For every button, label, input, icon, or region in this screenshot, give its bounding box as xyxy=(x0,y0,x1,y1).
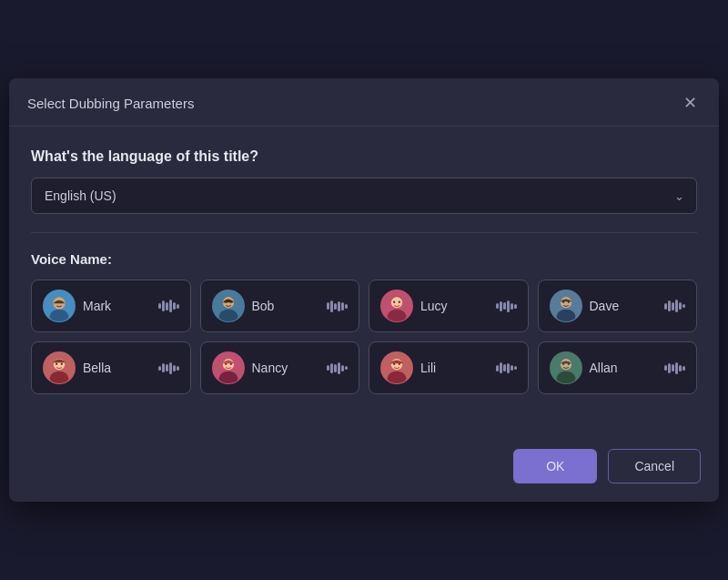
voice-name-bob: Bob xyxy=(252,299,320,313)
voice-card-bella[interactable]: Bella xyxy=(31,341,191,394)
voice-card-allan[interactable]: Allan xyxy=(538,341,698,394)
voice-name-allan: Allan xyxy=(590,361,658,375)
avatar-dave xyxy=(550,290,582,322)
voice-card-mark[interactable]: Mark xyxy=(31,280,191,332)
cancel-button[interactable]: Cancel xyxy=(608,449,701,483)
voice-name-lili: Lili xyxy=(420,361,489,375)
svg-point-14 xyxy=(393,301,395,303)
voice-name-dave: Dave xyxy=(590,299,658,313)
voice-name-bella: Bella xyxy=(83,361,151,375)
section-divider xyxy=(31,232,697,233)
waveform-icon-bob xyxy=(327,300,348,312)
waveform-icon-nancy xyxy=(327,362,348,374)
close-button[interactable]: ✕ xyxy=(680,93,701,113)
avatar-lili xyxy=(380,351,413,384)
dialog-footer: OK Cancel xyxy=(9,440,719,502)
waveform-icon-lucy xyxy=(496,300,517,312)
voice-name-lucy: Lucy xyxy=(420,299,489,313)
voice-name-mark: Mark xyxy=(83,299,151,313)
svg-point-25 xyxy=(61,363,63,365)
voices-grid: Mark xyxy=(31,280,697,394)
ok-button[interactable]: OK xyxy=(513,449,597,483)
avatar-allan xyxy=(550,351,582,384)
voice-section-label: Voice Name: xyxy=(31,251,697,267)
avatar-nancy xyxy=(212,351,245,384)
waveform-icon-mark xyxy=(158,300,179,312)
voice-card-lili[interactable]: Lili xyxy=(369,341,529,394)
dialog-body: What's the language of this title? Engli… xyxy=(9,127,719,440)
language-select-wrapper: English (US) Spanish French German Itali… xyxy=(31,178,697,214)
language-question: What's the language of this title? xyxy=(31,148,697,165)
avatar-bob xyxy=(212,290,245,322)
waveform-icon-bella xyxy=(158,362,179,374)
avatar-bella xyxy=(43,351,76,384)
avatar-lucy xyxy=(380,290,413,322)
avatar-mark xyxy=(43,290,76,322)
dialog-header: Select Dubbing Parameters ✕ xyxy=(9,78,719,127)
svg-point-24 xyxy=(56,363,57,365)
waveform-icon-allan xyxy=(664,362,685,374)
waveform-icon-lili xyxy=(496,362,517,373)
dialog-title: Select Dubbing Parameters xyxy=(27,96,194,111)
waveform-icon-dave xyxy=(664,300,685,312)
voice-card-dave[interactable]: Dave xyxy=(538,280,698,332)
svg-point-15 xyxy=(399,301,400,303)
voice-name-nancy: Nancy xyxy=(252,361,320,375)
voice-card-nancy[interactable]: Nancy xyxy=(200,341,360,394)
voice-card-lucy[interactable]: Lucy xyxy=(369,280,529,332)
voice-card-bob[interactable]: Bob xyxy=(200,280,360,332)
language-select[interactable]: English (US) Spanish French German Itali… xyxy=(31,178,697,214)
dialog-container: Select Dubbing Parameters ✕ What's the l… xyxy=(9,78,719,502)
